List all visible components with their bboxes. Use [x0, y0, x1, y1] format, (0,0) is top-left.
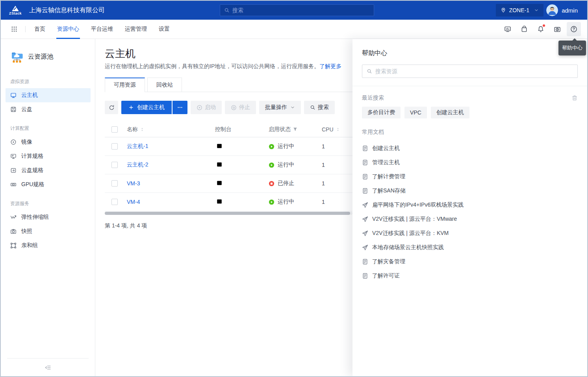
nav-item[interactable]: 设置 [158, 20, 171, 39]
divider [352, 86, 587, 86]
avatar [546, 4, 558, 16]
table-row: VM-4 运行中 1 [105, 193, 352, 211]
doc-icon [362, 244, 368, 251]
doc-item[interactable]: 了解SAN存储 [362, 184, 578, 198]
sidebar-item-icon [10, 153, 17, 159]
doc-icon [362, 259, 368, 265]
doc-item[interactable]: 创建云主机 [362, 141, 578, 155]
row-checkbox[interactable] [111, 199, 118, 205]
more-actions-button[interactable] [173, 101, 187, 114]
recent-tag[interactable]: VPC [404, 107, 427, 118]
top-header: ZStack 上海云轴信息科技有限公司 ZONE-1 admin [1, 1, 587, 20]
status-icon [269, 199, 275, 205]
tab[interactable]: 可用资源 [105, 78, 145, 92]
sidebar-item[interactable]: 云盘规格 [1, 163, 95, 177]
help-search[interactable] [362, 65, 578, 78]
doc-item[interactable]: 了解许可证 [362, 269, 578, 283]
screen-icon[interactable] [501, 22, 515, 36]
nav-item[interactable]: 运营管理 [124, 20, 148, 39]
sidebar-item[interactable]: GPU规格 [1, 177, 95, 192]
row-checkbox[interactable] [111, 180, 118, 187]
filter-icon[interactable] [293, 127, 298, 132]
nav-item[interactable]: 资源中心 [56, 20, 80, 39]
sidebar-item-icon [10, 181, 17, 188]
row-checkbox[interactable] [111, 143, 118, 150]
stop-button[interactable]: 停止 [225, 101, 256, 114]
sidebar-item-icon [10, 214, 17, 220]
refresh-button[interactable] [105, 101, 118, 114]
doc-icon [362, 273, 368, 279]
cpu-value: 1 [322, 180, 325, 187]
operation-history-icon[interactable] [550, 22, 564, 36]
stop-icon [231, 105, 237, 111]
scrollbar-thumb[interactable] [105, 212, 350, 215]
nav-item[interactable]: 平台运维 [90, 20, 114, 39]
zone-selector[interactable]: ZONE-1 [496, 4, 543, 17]
collapse-sidebar-icon[interactable] [45, 364, 51, 371]
doc-item[interactable]: 了解计费管理 [362, 170, 578, 184]
recent-tag[interactable]: 多价目计费 [362, 107, 401, 118]
row-checkbox[interactable] [111, 162, 118, 168]
learn-more-link[interactable]: 了解更多 [319, 63, 341, 69]
cloud-pool-icon [10, 50, 24, 63]
status-icon [269, 162, 275, 168]
user-menu[interactable]: admin [546, 4, 578, 16]
sidebar-item[interactable]: 云主机 [6, 88, 91, 102]
doc-item[interactable]: 本地存储场景云主机快照实践 [362, 240, 578, 255]
sidebar-item[interactable]: 弹性伸缩组 [1, 210, 95, 224]
global-search-input[interactable] [232, 7, 370, 13]
doc-item[interactable]: 了解灾备管理 [362, 255, 578, 269]
table-search-button[interactable]: 搜索 [304, 101, 335, 114]
doc-item[interactable]: V2V迁移实践 | 源云平台：VMware [362, 212, 578, 226]
vm-name-link[interactable]: VM-3 [127, 180, 140, 187]
sidebar-item-icon [10, 139, 17, 145]
trash-icon[interactable] [571, 95, 578, 101]
package-icon[interactable] [517, 22, 531, 36]
global-search[interactable] [220, 4, 374, 16]
recent-tag[interactable]: 创建云主机 [431, 107, 469, 118]
help-icon[interactable] [567, 22, 581, 36]
nav-icons [501, 22, 581, 36]
sidebar-item-icon [10, 92, 17, 98]
username: admin [562, 7, 578, 14]
sort-icon[interactable] [140, 127, 145, 132]
nav-menu: 首页资源中心平台运维运营管理设置 [33, 20, 171, 39]
vm-name-link[interactable]: 云主机-1 [127, 143, 148, 149]
sidebar-menu: 虚拟资源 云主机 云盘 计算配置 镜像 计算规格 云盘规格 GPU规格 资源服务… [1, 78, 95, 253]
column-cpu: CPU [322, 126, 334, 133]
sidebar-footer [7, 358, 89, 376]
doc-item[interactable]: V2V迁移实践 | 源云平台：KVM [362, 226, 578, 240]
status-text: 已停止 [278, 180, 294, 187]
sidebar-item[interactable]: 计算规格 [1, 149, 95, 163]
sidebar-section-label: 资源服务 [10, 200, 95, 207]
console-icon[interactable] [216, 161, 223, 168]
vm-name-link[interactable]: 云主机-2 [127, 161, 148, 168]
console-icon[interactable] [216, 180, 223, 186]
doc-item[interactable]: 管理云主机 [362, 155, 578, 170]
console-icon[interactable] [216, 198, 223, 205]
bell-icon[interactable] [534, 22, 548, 36]
column-name: 名称 [127, 126, 138, 133]
help-search-input[interactable] [375, 68, 573, 74]
table-row: VM-3 已停止 1 [105, 174, 352, 193]
select-all-checkbox[interactable] [111, 126, 118, 133]
sidebar-item[interactable]: 镜像 [1, 135, 95, 149]
cpu-value: 1 [322, 162, 325, 168]
sidebar-item[interactable]: 云盘 [1, 102, 95, 116]
nav-item[interactable]: 首页 [33, 20, 46, 39]
start-button[interactable]: 启动 [191, 101, 222, 114]
batch-actions-button[interactable]: 批量操作 [259, 101, 301, 114]
recent-search-row: 最近搜索 [362, 94, 578, 102]
console-icon[interactable] [216, 143, 223, 149]
create-vm-button[interactable]: 创建云主机 [121, 101, 172, 114]
company-name: 上海云轴信息科技有限公司 [29, 6, 105, 15]
vm-name-link[interactable]: VM-4 [127, 199, 140, 205]
logo-text: ZStack [9, 11, 22, 15]
sort-icon[interactable] [336, 127, 340, 132]
sidebar-section-label: 虚拟资源 [10, 78, 95, 85]
sidebar-item[interactable]: 亲和组 [1, 238, 95, 253]
doc-item[interactable]: 扁平网络下的IPv4+IPv6双栈场景实践 [362, 198, 578, 212]
tab[interactable]: 回收站 [147, 78, 182, 92]
sidebar-item[interactable]: 快照 [1, 224, 95, 238]
app-grid-icon[interactable] [11, 26, 17, 32]
